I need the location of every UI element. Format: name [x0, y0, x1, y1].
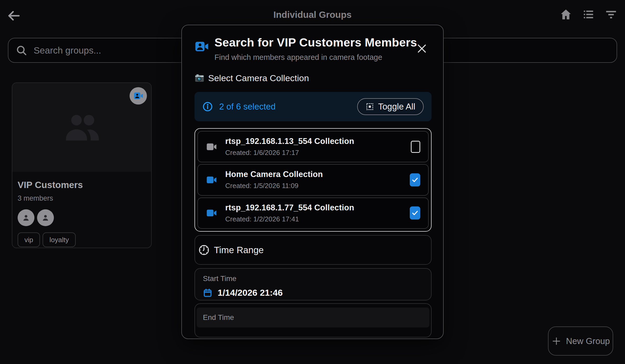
group-card-info: VIP Customers 3 members vip loyalty	[12, 172, 151, 247]
camera-collection-list: rtsp_192.168.1.13_554 Collection Created…	[194, 128, 432, 232]
modal-title: Search for VIP Customers Members	[214, 36, 417, 49]
avatar-row	[18, 209, 146, 226]
collection-text: rtsp_192.168.1.77_554 Collection Created…	[225, 203, 354, 223]
search-members-dialog: Search for VIP Customers Members Find wh…	[181, 25, 444, 339]
plus-icon	[551, 336, 561, 346]
time-range-label: Time Range	[214, 245, 264, 255]
group-camera-badge[interactable]	[130, 87, 147, 105]
selection-summary-bar: 2 of 6 selected Toggle All	[194, 92, 432, 121]
group-member-count: 3 members	[18, 194, 146, 202]
group-title: VIP Customers	[18, 180, 146, 190]
tag-chip-loyalty: loyalty	[43, 232, 76, 247]
collection-checkbox[interactable]	[410, 206, 420, 220]
videocam-icon	[206, 141, 217, 153]
person-icon	[21, 213, 31, 222]
collection-name: Home Camera Collection	[225, 170, 323, 179]
person-icon	[41, 213, 50, 222]
end-time-input-area[interactable]: End Time	[197, 308, 429, 327]
selection-summary-text: 2 of 6 selected	[219, 102, 276, 112]
check-icon	[411, 176, 419, 184]
collection-created: Created: 1/6/2026 17:17	[225, 149, 354, 157]
page-title: Individual Groups	[0, 9, 625, 20]
end-time-label: End Time	[203, 313, 234, 322]
new-group-label: New Group	[566, 336, 610, 346]
topbar-actions	[559, 8, 618, 21]
list-icon[interactable]	[582, 8, 595, 21]
avatar	[37, 209, 54, 226]
info-icon	[202, 101, 213, 112]
home-icon[interactable]	[559, 8, 572, 21]
collection-text: rtsp_192.168.1.13_554 Collection Created…	[225, 137, 354, 157]
check-icon	[411, 209, 419, 217]
tag-row: vip loyalty	[18, 232, 146, 247]
collection-created: Created: 1/5/2026 11:09	[225, 182, 323, 190]
collection-name: rtsp_192.168.1.77_554 Collection	[225, 203, 354, 212]
collection-item[interactable]: Home Camera Collection Created: 1/5/2026…	[197, 164, 429, 195]
check-icon	[412, 143, 419, 150]
start-time-label: Start Time	[203, 274, 423, 283]
camera-collection-section-header: Select Camera Collection	[194, 73, 309, 83]
start-time-field[interactable]: Start Time 1/14/2026 21:46	[194, 268, 432, 300]
toggle-all-label: Toggle All	[378, 102, 415, 112]
select-all-icon	[366, 102, 374, 111]
time-range-section-header: Time Range	[194, 235, 432, 265]
search-icon	[15, 44, 28, 57]
collection-name: rtsp_192.168.1.13_554 Collection	[225, 137, 354, 146]
group-card-vip-customers[interactable]: VIP Customers 3 members vip loyalty	[12, 82, 152, 248]
start-time-value-row: 1/14/2026 21:46	[203, 288, 423, 298]
collection-checkbox[interactable]	[411, 141, 420, 153]
collection-text: Home Camera Collection Created: 1/5/2026…	[225, 170, 323, 190]
group-card-image	[12, 83, 151, 172]
collection-item[interactable]: rtsp_192.168.1.13_554 Collection Created…	[197, 131, 429, 162]
end-time-field[interactable]: End Time	[194, 303, 432, 337]
search-input[interactable]	[34, 45, 191, 56]
close-icon	[416, 43, 428, 55]
collection-checkbox[interactable]	[410, 173, 420, 186]
modal-subtitle: Find which members appeared in camera fo…	[214, 53, 417, 62]
new-group-button[interactable]: New Group	[548, 326, 613, 356]
filter-icon[interactable]	[604, 8, 618, 21]
clock-icon	[198, 244, 210, 256]
modal-header: Search for VIP Customers Members Find wh…	[194, 36, 417, 62]
avatar	[18, 209, 34, 226]
toggle-all-button[interactable]: Toggle All	[357, 98, 424, 115]
tag-chip-vip: vip	[18, 232, 40, 247]
camera-emoji-icon	[194, 73, 204, 83]
collection-item[interactable]: rtsp_192.168.1.77_554 Collection Created…	[197, 197, 429, 229]
videocam-icon	[206, 207, 217, 219]
section-label: Select Camera Collection	[208, 73, 309, 83]
video-camera-front-icon	[133, 91, 143, 101]
video-camera-front-icon	[194, 39, 209, 54]
videocam-icon	[206, 174, 217, 186]
group-people-icon	[61, 113, 103, 142]
start-time-value: 1/14/2026 21:46	[218, 288, 283, 298]
calendar-icon	[203, 288, 212, 298]
collection-created: Created: 1/2/2026 17:41	[225, 215, 354, 223]
close-button[interactable]	[416, 43, 428, 55]
